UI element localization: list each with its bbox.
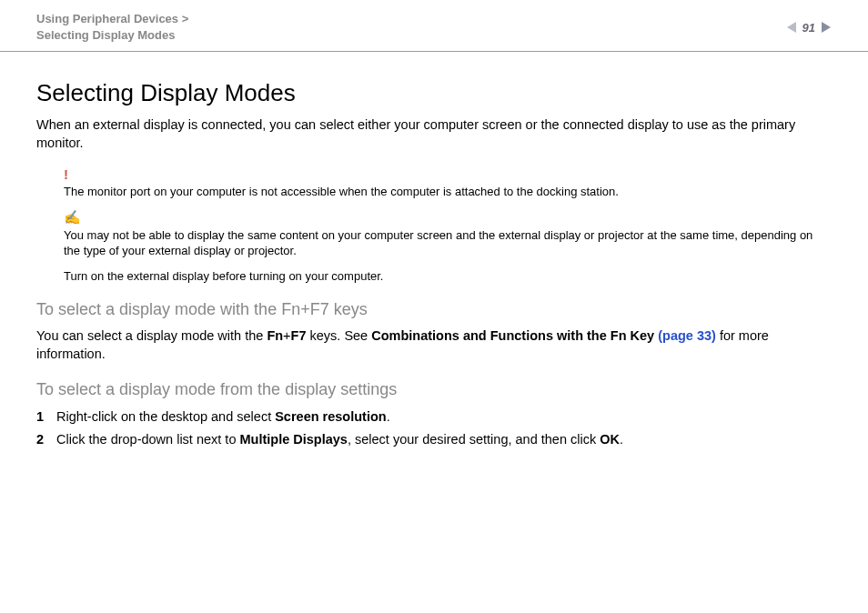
pencil-icon: ✍ — [64, 208, 832, 226]
step1-bold: Screen resolution — [275, 409, 386, 424]
step-2: Click the drop-down list next to Multipl… — [36, 429, 832, 450]
s1-b1: Fn — [267, 328, 283, 343]
step-1: Right-click on the desktop and select Sc… — [36, 407, 832, 427]
info-text-p1: You may not be able to display the same … — [64, 227, 832, 259]
info-note: ✍ You may not be able to display the sam… — [64, 208, 832, 284]
breadcrumb-parent: Using Peripheral Devices > — [36, 11, 188, 27]
prev-page-arrow-icon[interactable] — [786, 21, 797, 34]
page-33-link[interactable]: (page 33) — [658, 328, 716, 343]
warning-text: The monitor port on your computer is not… — [64, 184, 832, 200]
svg-marker-0 — [787, 22, 796, 33]
step2-b2: OK — [600, 432, 620, 447]
steps-list: Right-click on the desktop and select Sc… — [36, 407, 832, 450]
s1-mid: keys. See — [306, 328, 371, 343]
info-text-p2: Turn on the external display before turn… — [64, 268, 832, 285]
page-navigation: 91 — [786, 21, 832, 35]
step2-post: . — [620, 432, 623, 447]
svg-marker-1 — [822, 22, 831, 33]
s1-b3: Combinations and Functions with the Fn K… — [371, 328, 658, 343]
next-page-arrow-icon[interactable] — [821, 21, 832, 34]
page-title: Selecting Display Modes — [36, 79, 832, 107]
s1-pre: You can select a display mode with the — [36, 328, 267, 343]
page-content: Selecting Display Modes When an external… — [0, 52, 868, 479]
s1-plus: + — [283, 328, 290, 343]
page-number: 91 — [801, 21, 817, 35]
step2-b1: Multiple Displays — [239, 432, 347, 447]
warning-note: ! The monitor port on your computer is n… — [64, 166, 832, 200]
intro-text: When an external display is connected, y… — [36, 116, 832, 152]
page-header: Using Peripheral Devices > Selecting Dis… — [0, 0, 868, 52]
step2-mid: , select your desired setting, and then … — [348, 432, 600, 447]
breadcrumb-current: Selecting Display Modes — [36, 27, 188, 44]
warning-icon: ! — [64, 166, 832, 184]
s1-b2: F7 — [291, 328, 307, 343]
section2-heading: To select a display mode from the displa… — [36, 380, 832, 399]
section1-heading: To select a display mode with the Fn+F7 … — [36, 300, 832, 319]
section1-body: You can select a display mode with the F… — [36, 327, 832, 364]
step1-pre: Right-click on the desktop and select — [56, 409, 275, 424]
step1-post: . — [387, 409, 390, 424]
step2-pre: Click the drop-down list next to — [56, 432, 239, 447]
breadcrumb: Using Peripheral Devices > Selecting Dis… — [36, 11, 188, 44]
